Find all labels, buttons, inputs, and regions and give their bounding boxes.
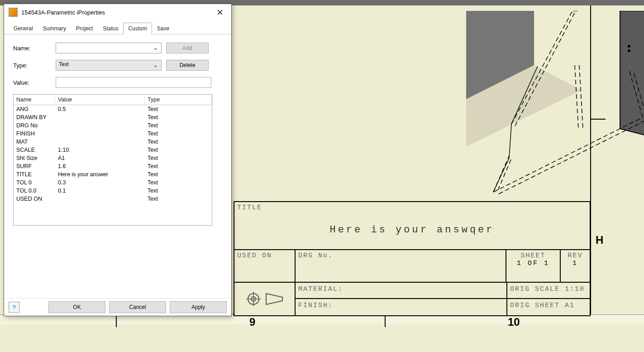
close-button[interactable] <box>213 7 227 18</box>
svg-line-15 <box>575 65 578 129</box>
help-button[interactable]: ? <box>9 302 19 313</box>
cell-type: Text <box>148 179 209 186</box>
sheet-value: 1 OF 1 <box>509 260 557 267</box>
table-row[interactable]: USED ONText <box>14 195 212 203</box>
inventor-app-icon <box>9 8 18 17</box>
tab-save[interactable]: Save <box>152 23 174 34</box>
orig-scale: ORIG SCALE 1:10 <box>507 283 590 299</box>
cell-type: Text <box>148 188 209 194</box>
cell-type: Text <box>148 106 209 112</box>
dialog-titlebar[interactable]: 154543A-Parametric iProperties <box>4 4 231 20</box>
material-label: MATERIAL: <box>296 283 506 299</box>
ruler-tick <box>116 314 117 327</box>
svg-marker-0 <box>466 11 534 99</box>
cell-name: FINISH <box>16 130 58 137</box>
type-label: Type: <box>13 62 56 69</box>
svg-line-20 <box>509 124 511 158</box>
tab-strip: GeneralSummaryProjectStatusCustomSave <box>4 22 231 34</box>
finish-label: FINISH: <box>296 299 506 315</box>
cell-type: Text <box>148 155 209 161</box>
apply-button[interactable]: Apply <box>170 301 227 313</box>
table-row[interactable]: TOL 00.3Text <box>14 178 212 187</box>
help-icon: ? <box>12 304 15 311</box>
cell-type: Text <box>148 122 209 129</box>
cell-value <box>58 114 148 121</box>
table-row[interactable]: Sht SizeA1Text <box>14 154 212 162</box>
cell-name: TOL 0 <box>16 179 58 186</box>
cell-value: 1:10 <box>58 147 148 153</box>
tab-project[interactable]: Project <box>71 23 98 34</box>
border-letter-H: H <box>596 234 603 246</box>
rev-value: 1 <box>563 260 587 267</box>
title-value: Here is your answqer <box>237 224 587 236</box>
table-row[interactable]: DRG NoText <box>14 121 212 130</box>
svg-line-13 <box>515 11 576 126</box>
table-row[interactable]: TITLEHere is your answerText <box>14 170 212 178</box>
rev-label: REV <box>563 252 587 260</box>
table-row[interactable]: FINISHText <box>14 130 212 138</box>
header-type[interactable]: Type <box>145 95 212 105</box>
add-button[interactable]: Add <box>166 43 209 53</box>
table-row[interactable]: SCALE1:10Text <box>14 146 212 154</box>
cell-value <box>58 139 148 145</box>
tab-summary[interactable]: Summary <box>38 23 71 34</box>
cell-value: 0.5 <box>58 106 148 112</box>
header-name[interactable]: Name <box>14 95 55 105</box>
projection-cone-icon <box>264 292 284 306</box>
cell-name: SURF <box>16 163 58 169</box>
cell-type: Text <box>148 130 209 137</box>
table-row[interactable]: TOL 0.00.1Text <box>14 187 212 195</box>
svg-marker-26 <box>266 294 282 304</box>
cell-value <box>58 130 148 137</box>
close-icon <box>217 10 223 15</box>
first-angle-symbol-icon <box>245 291 262 307</box>
ok-button[interactable]: OK <box>48 301 105 313</box>
orig-sheet: ORIG SHEET A1 <box>507 299 590 315</box>
table-row[interactable]: MATText <box>14 138 212 146</box>
name-label: Name: <box>13 45 56 52</box>
cell-value: Here is your answer <box>58 171 148 178</box>
cell-value: 1.6 <box>58 163 148 169</box>
delete-button[interactable]: Delete <box>166 60 209 71</box>
cell-type: Text <box>148 171 209 178</box>
title-block: TITLE Here is your answqer USED ON DRG N… <box>234 201 591 316</box>
usedon-label: USED ON <box>237 252 292 260</box>
iproperties-dialog: 154543A-Parametric iProperties GeneralSu… <box>4 4 232 316</box>
table-row[interactable]: DRAWN BYText <box>14 113 212 121</box>
tab-status[interactable]: Status <box>98 23 123 34</box>
value-label: Value: <box>13 79 56 86</box>
drgno-label: DRG No. <box>298 252 503 260</box>
tab-custom[interactable]: Custom <box>123 23 152 34</box>
cell-name: DRAWN BY <box>16 114 58 121</box>
cell-name: SCALE <box>16 147 58 153</box>
cell-type: Text <box>148 163 209 169</box>
name-combo[interactable] <box>56 43 162 53</box>
cell-name: DRG No <box>16 122 58 129</box>
cell-value: 0.1 <box>58 188 148 194</box>
cell-value: A1 <box>58 155 148 161</box>
tab-general[interactable]: General <box>9 23 38 34</box>
border-tick <box>591 119 606 120</box>
border-number-10: 10 <box>508 316 520 328</box>
svg-line-21 <box>511 66 538 124</box>
svg-line-19 <box>493 158 509 192</box>
table-row[interactable]: SURF1.6Text <box>14 162 212 170</box>
cell-type: Text <box>148 139 209 145</box>
cell-name: TITLE <box>16 171 58 178</box>
type-combo[interactable]: Text <box>56 60 162 71</box>
cell-value <box>58 122 148 129</box>
cell-type: Text <box>148 114 209 121</box>
title-label: TITLE <box>237 204 587 212</box>
cell-name: Sht Size <box>16 155 58 161</box>
value-input[interactable] <box>56 77 211 88</box>
svg-line-10 <box>493 156 509 192</box>
cancel-button[interactable]: Cancel <box>109 301 166 313</box>
cell-type: Text <box>148 147 209 153</box>
svg-line-11 <box>498 159 511 190</box>
cell-type: Text <box>148 196 209 202</box>
sheet-label: SHEET <box>509 252 557 260</box>
header-value[interactable]: Value <box>55 95 145 105</box>
properties-table[interactable]: Name Value Type ANG0.5TextDRAWN BYTextDR… <box>13 94 212 226</box>
ruler-tick <box>385 314 386 327</box>
table-row[interactable]: ANG0.5Text <box>14 105 212 113</box>
